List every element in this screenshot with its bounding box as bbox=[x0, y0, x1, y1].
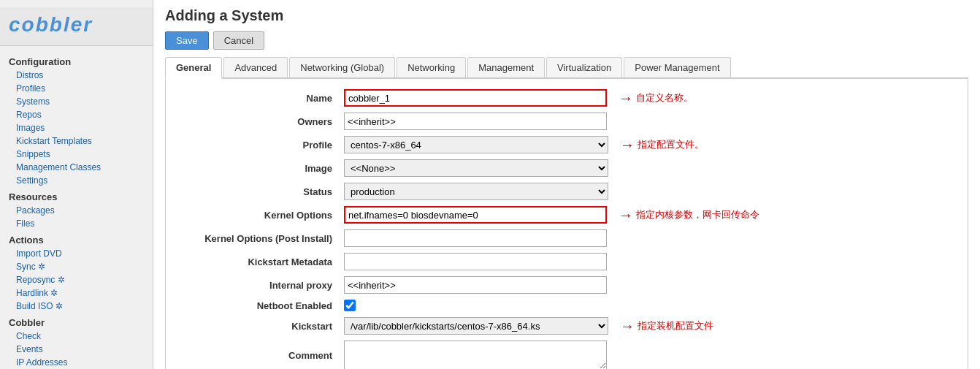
sidebar-section-configuration: Configuration bbox=[0, 52, 153, 69]
sidebar-distros[interactable]: Distros bbox=[0, 69, 153, 82]
form-row-9: Netboot Enabled bbox=[177, 300, 956, 311]
form-label-6: Kernel Options (Post Install) bbox=[177, 233, 338, 244]
form-label-1: Owners bbox=[177, 116, 338, 127]
sidebar-settings[interactable]: Settings bbox=[0, 174, 153, 187]
sidebar-check[interactable]: Check bbox=[0, 330, 153, 343]
form-label-5: Kernel Options bbox=[177, 210, 338, 221]
tab-power-management[interactable]: Power Management bbox=[624, 57, 730, 77]
select-profile[interactable]: centos-7-x86_64 bbox=[344, 136, 608, 153]
form-row-0: Name→自定义名称。 bbox=[177, 89, 956, 107]
form-label-0: Name bbox=[177, 93, 338, 104]
input-name[interactable] bbox=[344, 89, 607, 107]
form-label-8: Internal proxy bbox=[177, 280, 338, 291]
input-internal-proxy[interactable] bbox=[344, 276, 607, 294]
form-label-2: Profile bbox=[177, 140, 338, 151]
input-kickstart-metadata[interactable] bbox=[344, 253, 607, 270]
annotation-0: →自定义名称。 bbox=[619, 90, 693, 107]
page-title: Adding a System bbox=[165, 7, 968, 24]
form-area: Name→自定义名称。OwnersProfilecentos-7-x86_64→… bbox=[165, 79, 968, 369]
tab-virtualization[interactable]: Virtualization bbox=[546, 57, 622, 77]
textarea-comment[interactable] bbox=[344, 341, 607, 369]
form-label-3: Image bbox=[177, 163, 338, 174]
sidebar-ip-addresses[interactable]: IP Addresses bbox=[0, 356, 153, 369]
form-label-10: Kickstart bbox=[177, 321, 338, 332]
form-label-4: Status bbox=[177, 186, 338, 197]
sidebar-kickstart-templates[interactable]: Kickstart Templates bbox=[0, 134, 153, 148]
checkbox-netboot-enabled[interactable] bbox=[344, 300, 356, 311]
sidebar-images[interactable]: Images bbox=[0, 121, 153, 134]
sidebar-build-iso[interactable]: Build ISO ✲ bbox=[0, 300, 153, 313]
sidebar-reposync[interactable]: Reposync ✲ bbox=[0, 273, 153, 286]
tab-general[interactable]: General bbox=[165, 57, 222, 79]
annotation-5: →指定内核参数，网卡回传命令 bbox=[619, 207, 759, 224]
form-row-7: Kickstart Metadata bbox=[177, 253, 956, 270]
form-label-7: Kickstart Metadata bbox=[177, 256, 338, 267]
form-row-10: Kickstart/var/lib/cobbler/kickstarts/cen… bbox=[177, 317, 956, 335]
form-row-4: Statusproduction bbox=[177, 183, 956, 200]
form-label-9: Netboot Enabled bbox=[177, 300, 338, 311]
sidebar-snippets[interactable]: Snippets bbox=[0, 148, 153, 161]
annotation-2: →指定配置文件。 bbox=[620, 137, 704, 153]
tab-advanced[interactable]: Advanced bbox=[223, 57, 288, 77]
input-kernel-options--post-install-[interactable] bbox=[344, 229, 607, 247]
sidebar-files[interactable]: Files bbox=[0, 217, 153, 230]
input-owners[interactable] bbox=[344, 113, 607, 130]
sidebar-section-cobbler: Cobbler bbox=[0, 313, 153, 330]
sidebar-systems[interactable]: Systems bbox=[0, 95, 153, 108]
form-label-11: Comment bbox=[177, 350, 338, 361]
form-row-1: Owners bbox=[177, 113, 956, 130]
form-row-2: Profilecentos-7-x86_64→指定配置文件。 bbox=[177, 136, 956, 153]
form-row-11: Comment bbox=[177, 341, 956, 369]
sidebar-import-dvd[interactable]: Import DVD bbox=[0, 247, 153, 260]
select-image[interactable]: <<None>> bbox=[344, 159, 608, 177]
annotation-10: →指定装机配置文件 bbox=[620, 318, 713, 335]
sidebar-packages[interactable]: Packages bbox=[0, 204, 153, 217]
sidebar-hardlink[interactable]: Hardlink ✲ bbox=[0, 286, 153, 300]
form-row-8: Internal proxy bbox=[177, 276, 956, 294]
tab-management[interactable]: Management bbox=[467, 57, 545, 77]
cancel-button[interactable]: Cancel bbox=[213, 31, 264, 50]
tab-networking[interactable]: Networking bbox=[397, 57, 466, 77]
logo: cobbler bbox=[9, 13, 144, 37]
save-button[interactable]: Save bbox=[165, 31, 209, 50]
form-row-6: Kernel Options (Post Install) bbox=[177, 229, 956, 247]
select-status[interactable]: production bbox=[344, 183, 608, 200]
tab-networking--global-[interactable]: Networking (Global) bbox=[289, 57, 395, 77]
logo-area: cobbler bbox=[0, 7, 153, 46]
main-content: Adding a System Save Cancel GeneralAdvan… bbox=[153, 0, 980, 369]
sidebar-management-classes[interactable]: Management Classes bbox=[0, 161, 153, 174]
input-kernel-options[interactable] bbox=[344, 206, 607, 224]
sidebar-section-actions: Actions bbox=[0, 230, 153, 247]
sidebar-repos[interactable]: Repos bbox=[0, 108, 153, 121]
sidebar: cobbler ConfigurationDistrosProfilesSyst… bbox=[0, 0, 153, 369]
form-row-5: Kernel Options→指定内核参数，网卡回传命令 bbox=[177, 206, 956, 224]
select-kickstart[interactable]: /var/lib/cobbler/kickstarts/centos-7-x86… bbox=[344, 317, 608, 335]
form-row-3: Image<<None>> bbox=[177, 159, 956, 177]
sidebar-profiles[interactable]: Profiles bbox=[0, 82, 153, 95]
sidebar-events[interactable]: Events bbox=[0, 343, 153, 356]
sidebar-section-resources: Resources bbox=[0, 187, 153, 204]
tab-bar: GeneralAdvancedNetworking (Global)Networ… bbox=[165, 57, 968, 79]
button-row: Save Cancel bbox=[165, 31, 968, 50]
sidebar-sync[interactable]: Sync ✲ bbox=[0, 260, 153, 273]
